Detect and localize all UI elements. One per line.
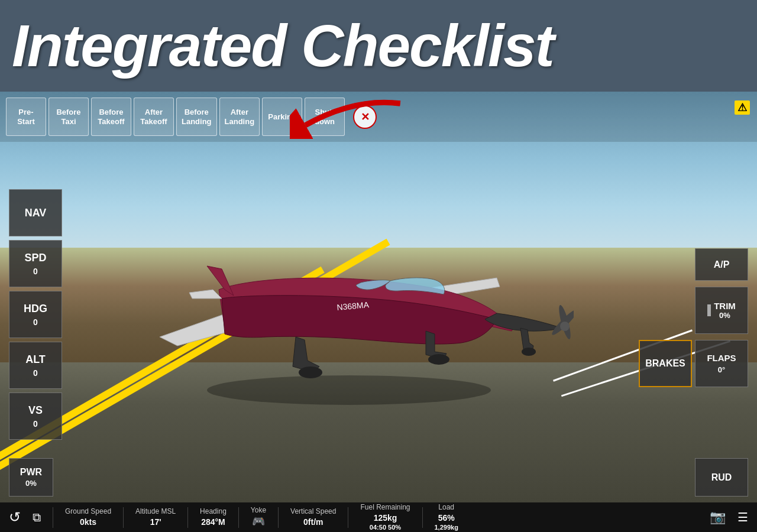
hdg-value: 0 — [33, 317, 38, 327]
title-bar: Integrated Checklist — [0, 0, 757, 92]
status-divider-1 — [53, 507, 53, 528]
menu-icon[interactable]: ☰ — [737, 510, 748, 524]
status-divider-3 — [187, 507, 188, 528]
ground-speed-group: Ground Speed 0kts — [65, 507, 111, 527]
flaps-instrument[interactable]: FLAPS 0° — [695, 340, 748, 387]
camera-icon[interactable]: 📷 — [710, 510, 726, 525]
trim-value: 0% — [714, 311, 736, 320]
status-divider-2 — [123, 507, 124, 528]
vs-label: VS — [28, 404, 43, 417]
trim-indicator — [707, 304, 711, 316]
vs-value: 0 — [33, 419, 38, 429]
pwr-instrument[interactable]: PWR 0% — [9, 458, 53, 497]
brakes-label: BRAKES — [645, 358, 685, 369]
nav-instrument[interactable]: NAV — [9, 189, 62, 236]
warning-icon[interactable]: ⚠ — [735, 96, 750, 115]
alt-value: 0 — [33, 368, 38, 378]
spd-instrument[interactable]: SPD 0 — [9, 240, 62, 287]
load-group: Load 56% 1,299kg — [435, 503, 458, 531]
altitude-msl-label: Altitude MSL — [135, 507, 176, 517]
flaps-value: 0° — [718, 365, 725, 374]
pwr-label: PWR — [20, 467, 42, 478]
vertical-speed-group: Vertical Speed 0ft/m — [290, 507, 336, 527]
rud-label: RUD — [711, 472, 732, 483]
spd-value: 0 — [33, 267, 38, 276]
tab-before-taxi[interactable]: BeforeTaxi — [48, 98, 89, 136]
fuel-remaining-value2: 04:50 50% — [370, 523, 401, 531]
rud-instrument[interactable]: RUD — [695, 458, 748, 497]
airplane-svg: N368MA — [130, 171, 574, 408]
ap-label: A/P — [714, 259, 730, 270]
trim-instrument[interactable]: TRIM 0% — [695, 287, 748, 334]
yoke-group: Yoke 🎮 — [251, 506, 266, 529]
hdg-instrument[interactable]: HDG 0 — [9, 291, 62, 338]
svg-point-6 — [560, 322, 570, 331]
fuel-remaining-label: Fuel Remaining — [360, 503, 410, 512]
alt-label: ALT — [25, 353, 46, 366]
status-divider-5 — [278, 507, 279, 528]
svg-point-1 — [299, 366, 322, 378]
hdg-label: HDG — [24, 303, 47, 315]
brakes-instrument[interactable]: BRAKES — [639, 340, 692, 387]
status-bar: ↺ ⧉ Ground Speed 0kts Altitude MSL 17' H… — [0, 502, 757, 532]
alt-instrument[interactable]: ALT 0 — [9, 342, 62, 389]
tab-pre-start[interactable]: Pre-Start — [6, 98, 46, 136]
yoke-icon: 🎮 — [252, 515, 265, 528]
heading-value: 284°M — [201, 517, 225, 527]
svg-point-0 — [207, 375, 491, 405]
load-value1: 56% — [438, 512, 455, 523]
heading-label: Heading — [200, 507, 227, 517]
tab-before-landing[interactable]: BeforeLanding — [176, 98, 217, 136]
tab-after-landing[interactable]: AfterLanding — [219, 98, 260, 136]
pwr-value: 0% — [25, 479, 37, 488]
tab-after-takeoff[interactable]: AfterTakeoff — [134, 98, 174, 136]
ap-instrument[interactable]: A/P — [695, 248, 748, 281]
status-divider-6 — [348, 507, 348, 528]
app-title: Integrated Checklist — [12, 12, 554, 80]
status-divider-4 — [238, 507, 239, 528]
red-arrow-indicator — [290, 92, 408, 139]
status-divider-7 — [422, 507, 423, 528]
airplane-display: N368MA — [130, 171, 574, 408]
tab-before-takeoff[interactable]: BeforeTakeoff — [91, 98, 131, 136]
flaps-label: FLAPS — [707, 353, 736, 363]
ground-speed-label: Ground Speed — [65, 507, 111, 517]
ground-speed-value: 0kts — [80, 517, 96, 527]
yoke-label: Yoke — [251, 506, 266, 515]
vs-instrument[interactable]: VS 0 — [9, 392, 62, 440]
heading-group: Heading 284°M — [200, 507, 227, 527]
spd-label: SPD — [24, 252, 46, 264]
vertical-speed-label: Vertical Speed — [290, 507, 336, 517]
fuel-remaining-value1: 125kg — [374, 512, 397, 523]
vertical-speed-value: 0ft/m — [303, 517, 323, 527]
copy-icon[interactable]: ⧉ — [33, 511, 41, 524]
svg-point-2 — [428, 354, 449, 365]
left-instrument-panel: NAV SPD 0 HDG 0 ALT 0 VS 0 — [9, 189, 62, 440]
load-label: Load — [438, 503, 454, 512]
nav-label: NAV — [25, 207, 47, 219]
trim-label: TRIM — [714, 301, 736, 311]
fuel-remaining-group: Fuel Remaining 125kg 04:50 50% — [360, 503, 410, 531]
altitude-msl-value: 17' — [150, 517, 161, 527]
load-value2: 1,299kg — [435, 523, 458, 531]
altitude-msl-group: Altitude MSL 17' — [135, 507, 176, 527]
svg-point-3 — [522, 348, 536, 356]
undo-icon[interactable]: ↺ — [9, 509, 21, 525]
